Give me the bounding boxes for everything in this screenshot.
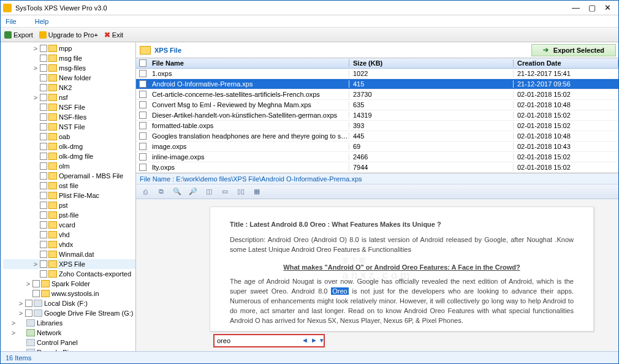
tree-item[interactable]: >NSF File (3, 102, 135, 112)
tree-checkbox[interactable] (32, 280, 40, 287)
export-button[interactable]: Export (4, 31, 33, 39)
menu-file[interactable]: File (6, 18, 17, 25)
tree-item[interactable]: >Google Drive File Stream (G:) (3, 308, 135, 318)
tree-item[interactable]: >oab (3, 132, 135, 142)
thumbnail-icon[interactable]: ▦ (251, 186, 262, 197)
tree-item[interactable]: >pst-file (3, 210, 135, 220)
tree-item[interactable]: >www.systools.in (3, 289, 135, 298)
expand-icon[interactable]: > (10, 329, 17, 336)
tree-item[interactable]: >Winmail.dat (3, 249, 135, 259)
tree-item[interactable]: >olk-dmg file (3, 151, 135, 161)
row-checkbox[interactable] (139, 70, 146, 77)
tree-item[interactable]: >NK2 (3, 83, 135, 93)
tree-item[interactable]: >Local Disk (F:) (3, 298, 135, 308)
col-header-size[interactable]: Size (KB) (349, 59, 514, 67)
tree-item[interactable]: >Operamail - MBS File (3, 171, 135, 181)
expand-icon[interactable]: > (18, 300, 24, 307)
zoom-in-icon[interactable]: 🔍 (172, 186, 183, 197)
maximize-button[interactable]: ▢ (588, 3, 596, 12)
tree-item[interactable]: >vcard (3, 220, 135, 230)
tree-item[interactable]: >vhdx (3, 240, 135, 249)
table-row[interactable]: Cet-article-concerne-les-satellites-arti… (136, 89, 618, 100)
tree-checkbox[interactable] (40, 45, 47, 52)
tree-checkbox[interactable] (40, 241, 47, 248)
tree-checkbox[interactable] (40, 74, 47, 82)
tree-item[interactable]: >NSF-files (3, 112, 135, 122)
tree-checkbox[interactable] (40, 202, 47, 209)
tree-checkbox[interactable] (25, 300, 32, 307)
tree-checkbox[interactable] (40, 172, 47, 180)
row-checkbox[interactable] (139, 122, 146, 129)
tree-checkbox[interactable] (32, 290, 40, 297)
tree-checkbox[interactable] (25, 309, 32, 317)
tree-checkbox[interactable] (40, 221, 47, 229)
row-checkbox[interactable] (139, 132, 146, 140)
fit-width-icon[interactable]: ◫ (203, 186, 215, 197)
col-header-name[interactable]: File Name (150, 59, 349, 67)
search-input[interactable] (217, 337, 302, 344)
tree-checkbox[interactable] (40, 94, 47, 101)
two-page-icon[interactable]: ▯▯ (235, 186, 246, 197)
expand-icon[interactable]: > (32, 94, 39, 101)
tree-item[interactable]: >nsf (3, 93, 135, 102)
expand-icon[interactable]: > (25, 280, 31, 287)
upgrade-button[interactable]: Upgrade to Pro+ (39, 31, 98, 39)
row-checkbox[interactable] (139, 143, 146, 150)
print-icon[interactable]: ⎙ (140, 186, 151, 197)
document-preview[interactable]: 安下载 anxz.com Title : Latest Android 8.0 … (136, 199, 618, 351)
tree-item[interactable]: >pst (3, 200, 135, 210)
tree-item[interactable]: >New folder (3, 73, 135, 83)
row-checkbox[interactable] (139, 112, 146, 119)
expand-icon[interactable]: > (32, 45, 39, 52)
tree-item[interactable]: >msg-files (3, 63, 135, 73)
tree-item[interactable]: >vhd (3, 230, 135, 240)
export-selected-button[interactable]: Export Selected (531, 44, 616, 56)
tree-item[interactable]: >mpp (3, 44, 135, 53)
tree-item[interactable]: >Spark Folder (3, 279, 135, 289)
select-all-checkbox[interactable] (139, 59, 146, 67)
exit-button[interactable]: ✖ Exit (104, 31, 123, 39)
row-checkbox[interactable] (139, 101, 146, 108)
expand-icon[interactable]: > (32, 64, 39, 72)
tree-checkbox[interactable] (40, 231, 47, 238)
zoom-out-icon[interactable]: 🔎 (188, 186, 199, 197)
tree-item[interactable]: >Zoho Contacts-exported (3, 269, 135, 279)
table-row[interactable]: Dieser-Artikel-handelt-von-künstlichen-S… (136, 110, 618, 121)
row-checkbox[interactable] (139, 91, 146, 98)
expand-icon[interactable]: > (32, 260, 39, 268)
tree-item[interactable]: >msg file (3, 53, 135, 63)
close-button[interactable]: ✕ (604, 3, 611, 12)
search-next-icon[interactable]: ► (311, 336, 317, 344)
tree-checkbox[interactable] (40, 162, 47, 170)
minimize-button[interactable]: — (572, 3, 580, 12)
tree-checkbox[interactable] (40, 211, 47, 219)
tree-item[interactable]: >Control Panel (3, 338, 135, 347)
row-checkbox[interactable] (139, 153, 146, 161)
tree-checkbox[interactable] (40, 55, 47, 62)
table-row[interactable]: Android O-Informative-Prerna.xps41521-12… (136, 79, 618, 89)
tree-item[interactable]: >olk-dmg (3, 142, 135, 151)
tree-checkbox[interactable] (40, 113, 47, 121)
tree-item[interactable]: >olm (3, 161, 135, 171)
row-checkbox[interactable] (139, 164, 146, 171)
tree-item[interactable]: >Libraries (3, 318, 135, 328)
search-dropdown-icon[interactable]: ▾ (320, 336, 324, 344)
table-row[interactable]: formatted-table.oxps39302-01-2018 15:02 (136, 121, 618, 131)
tree-checkbox[interactable] (40, 104, 47, 111)
tree-checkbox[interactable] (40, 64, 47, 72)
table-row[interactable]: image.oxps6902-01-2018 10:43 (136, 142, 618, 152)
table-row[interactable]: Googles translation headphones are here … (136, 131, 618, 142)
expand-icon[interactable]: > (18, 309, 24, 317)
tree-checkbox[interactable] (40, 182, 47, 189)
tree-checkbox[interactable] (40, 192, 47, 199)
tree-item[interactable]: >Network (3, 328, 135, 338)
tree-item[interactable]: >NST File (3, 122, 135, 132)
tree-item[interactable]: >ost file (3, 181, 135, 191)
table-row[interactable]: 1.oxps102221-12-2017 15:41 (136, 69, 618, 79)
folder-tree[interactable]: >mpp>msg file>msg-files>New folder>NK2>n… (1, 42, 136, 351)
expand-icon[interactable]: > (10, 319, 17, 327)
fit-page-icon[interactable]: ▭ (219, 186, 230, 197)
tree-item[interactable]: >Plist File-Mac (3, 191, 135, 200)
copy-icon[interactable]: ⧉ (156, 186, 167, 197)
tree-checkbox[interactable] (40, 251, 47, 258)
